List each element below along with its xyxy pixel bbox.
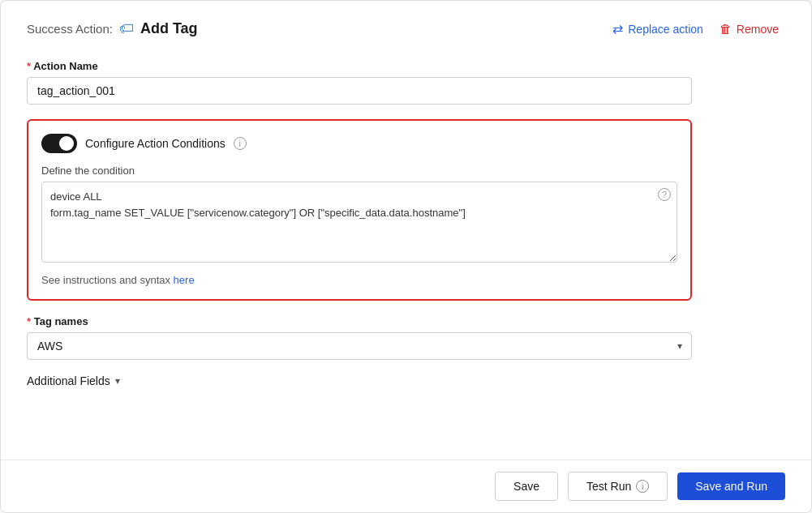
condition-title: Configure Action Conditions [85, 137, 226, 150]
tag-names-label: * Tag names [27, 315, 779, 327]
header-actions: ⇄ Replace action 🗑 Remove [612, 21, 779, 36]
additional-fields-label: Additional Fields [27, 374, 110, 387]
header-left: Success Action: 🏷 Add Tag [27, 20, 198, 37]
trash-icon: 🗑 [720, 22, 732, 36]
tag-names-section: * Tag names AWS Azure GCP On-Premise ▾ [27, 315, 779, 360]
remove-button[interactable]: 🗑 Remove [720, 22, 779, 36]
syntax-hint: See instructions and syntax here [41, 274, 677, 286]
header-row: Success Action: 🏷 Add Tag ⇄ Replace acti… [27, 20, 779, 37]
condition-info-icon[interactable]: i [234, 137, 247, 150]
condition-toggle[interactable] [41, 134, 77, 153]
scrollable-content: Success Action: 🏷 Add Tag ⇄ Replace acti… [1, 1, 811, 460]
condition-textarea-wrap: device ALL form.tag_name SET_VALUE ["ser… [41, 182, 677, 266]
success-action-label: Success Action: [27, 22, 113, 36]
additional-fields-toggle[interactable]: Additional Fields ▾ [27, 374, 779, 387]
replace-icon: ⇄ [612, 21, 623, 36]
chevron-down-icon: ▾ [115, 375, 120, 387]
page-title: Add Tag [140, 20, 198, 37]
tag-names-select-wrapper: AWS Azure GCP On-Premise ▾ [27, 332, 692, 360]
condition-header: Configure Action Conditions i [41, 134, 677, 153]
main-window: Success Action: 🏷 Add Tag ⇄ Replace acti… [0, 0, 812, 513]
save-button[interactable]: Save [495, 472, 558, 501]
action-name-section: * Action Name [27, 60, 779, 105]
tag-icon: 🏷 [119, 20, 134, 37]
tag-required-star: * [27, 315, 34, 327]
footer: Save Test Run i Save and Run [1, 460, 811, 512]
condition-textarea[interactable]: device ALL form.tag_name SET_VALUE ["ser… [41, 182, 677, 263]
replace-action-button[interactable]: ⇄ Replace action [612, 21, 703, 36]
save-and-run-button[interactable]: Save and Run [677, 472, 785, 500]
action-name-input[interactable] [27, 77, 692, 105]
tag-names-select[interactable]: AWS Azure GCP On-Premise [27, 332, 692, 360]
test-run-button[interactable]: Test Run i [568, 472, 668, 501]
action-name-label: * Action Name [27, 60, 779, 72]
remove-label: Remove [737, 23, 779, 36]
test-run-label: Test Run [586, 480, 631, 493]
replace-action-label: Replace action [628, 23, 703, 36]
condition-box: Configure Action Conditions i Define the… [27, 119, 692, 301]
required-star: * [27, 60, 33, 72]
test-run-info-icon[interactable]: i [636, 480, 649, 493]
syntax-link[interactable]: here [174, 274, 195, 286]
toggle-slider [41, 134, 77, 153]
define-condition-label: Define the condition [41, 165, 677, 177]
textarea-help-icon[interactable]: ? [658, 188, 671, 201]
